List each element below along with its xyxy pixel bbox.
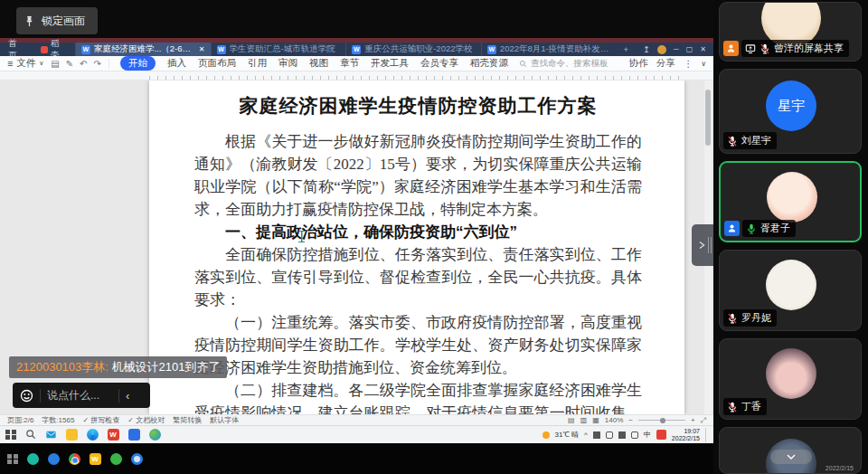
close-tab-icon[interactable]: ✕	[199, 45, 205, 53]
tray-icon[interactable]	[631, 431, 638, 439]
view-mode-icon-3[interactable]: ▦	[592, 416, 599, 424]
show-desktop-button[interactable]	[705, 428, 708, 442]
clock[interactable]: 19:07 2022/2/15	[672, 428, 700, 442]
participant-tile[interactable]: 丁香	[719, 338, 862, 420]
expand-more-button[interactable]	[770, 450, 812, 464]
menu-references[interactable]: 引用	[248, 57, 267, 70]
zoom-out-icon[interactable]: −	[628, 416, 633, 424]
weather-icon[interactable]	[542, 431, 550, 439]
file-menu[interactable]: ≡ 文件 ∨	[0, 57, 51, 70]
tray-icon[interactable]	[618, 431, 626, 439]
taskbar-search-icon[interactable]	[25, 427, 36, 443]
browser-app-icon[interactable]	[149, 429, 161, 441]
screen-share-icon	[745, 43, 756, 54]
menu-insert[interactable]: 插入	[167, 57, 186, 70]
menu-section[interactable]: 章节	[340, 57, 359, 70]
start-button[interactable]	[5, 430, 16, 441]
convert-toggle[interactable]: 繁简转换	[173, 415, 202, 425]
tray-expand-icon[interactable]: ^	[584, 431, 588, 439]
tray-icon[interactable]	[606, 431, 613, 439]
wps-doc-icon: W	[487, 45, 496, 54]
proofread-toggle[interactable]: ✓ 文档校对	[127, 415, 165, 425]
lock-view-button[interactable]: 锁定画面	[16, 7, 98, 34]
participant-tile[interactable]: 罗丹妮	[719, 250, 862, 331]
weather-text[interactable]: 31℃ 晴	[555, 430, 580, 440]
collab-button[interactable]: 协作	[629, 57, 648, 70]
host-badge-icon	[723, 41, 739, 56]
check-icon: ✓	[82, 416, 89, 424]
participant-tile-partial[interactable]: 2022/2/15	[719, 427, 862, 474]
fullscreen-icon[interactable]: ⤢	[701, 416, 706, 425]
app-icon-teal[interactable]	[27, 453, 39, 465]
more-icon[interactable]: ⋮	[684, 58, 693, 69]
menu-view[interactable]: 视图	[309, 57, 328, 70]
menu-home[interactable]: 开始	[120, 56, 156, 71]
wps-doc-icon: W	[217, 45, 226, 54]
participant-tile-speaking[interactable]: 胥君子	[719, 161, 862, 242]
tray-icon[interactable]	[593, 431, 600, 439]
app-icon-ring[interactable]	[131, 453, 143, 465]
participant-name: 曾洋的屏幕共享	[774, 42, 844, 55]
meeting-app-icon[interactable]	[128, 429, 140, 441]
zoom-level[interactable]: 140%	[605, 416, 623, 424]
document-tab-3[interactable]: W 重庆公共运输职业-2022学校	[345, 43, 481, 56]
file-explorer-icon[interactable]	[66, 429, 78, 441]
app-icon-green[interactable]	[110, 453, 122, 465]
mail-app-icon[interactable]	[45, 429, 57, 441]
save-icon[interactable]: ▤	[51, 59, 59, 69]
undo-icon[interactable]: ↶	[80, 59, 87, 69]
spellcheck-toggle[interactable]: ✓ 拼写检查	[82, 415, 119, 425]
upload-icon[interactable]: ↥	[643, 44, 650, 54]
command-search[interactable]: 查找命令、搜索模板	[519, 58, 609, 70]
account-avatar[interactable]	[657, 45, 666, 54]
emoji-icon[interactable]	[20, 389, 33, 403]
view-mode-icon-2[interactable]: ▥	[580, 416, 588, 424]
zoom-in-icon[interactable]: +	[691, 416, 695, 424]
menu-member[interactable]: 会员专享	[420, 57, 458, 70]
burger-icon: ≡	[7, 58, 13, 69]
maximize-button[interactable]: ▢	[686, 45, 693, 53]
minimize-button[interactable]: ─	[674, 45, 679, 53]
edge-browser-icon[interactable]	[87, 429, 99, 441]
avatar: 星宇	[766, 81, 816, 131]
close-window-button[interactable]: ✕	[700, 45, 706, 53]
start-button-peek[interactable]	[7, 454, 18, 465]
sidebar-collapse-handle[interactable]	[692, 224, 713, 266]
wps-icon-peek[interactable]: W	[90, 453, 101, 465]
participant-tile[interactable]: 星宇 刘星宇	[719, 69, 862, 154]
ruler	[0, 71, 713, 81]
chat-message: 2120030103李林: 机械设计2101到齐了	[9, 356, 227, 378]
chrome-icon[interactable]	[69, 453, 80, 465]
menu-review[interactable]: 审阅	[278, 57, 297, 70]
scrollbar-thumb[interactable]	[705, 90, 711, 146]
mic-on-icon	[746, 223, 757, 234]
view-mode-icon-1[interactable]: ▤	[568, 416, 575, 424]
document-tab-2[interactable]: W 学生资助汇总-城市轨道学院	[211, 43, 346, 56]
participant-tile-sharer[interactable]: 曾洋的屏幕共享	[719, 2, 862, 62]
document-tab-4[interactable]: W 2022年8月1-疫情资助补发情况	[481, 43, 617, 56]
redo-icon[interactable]: ↷	[94, 59, 101, 69]
share-button[interactable]: 分享	[656, 57, 675, 70]
app-icon-blue[interactable]	[48, 453, 60, 465]
document-tab-1[interactable]: W 家庭经济困难学...（2-6方案）检查阅 ✕	[75, 43, 211, 56]
ime-indicator[interactable]: 中	[644, 430, 651, 440]
chat-input-bar[interactable]: ‹	[13, 383, 150, 408]
zoom-slider[interactable]	[638, 420, 685, 421]
menu-docer-res[interactable]: 稻壳资源	[470, 57, 508, 70]
wps-home-tab[interactable]: 首页	[0, 43, 33, 56]
tray-app-icon[interactable]	[656, 430, 666, 440]
mic-muted-icon	[727, 136, 738, 147]
wps-app-icon[interactable]: W	[108, 429, 119, 441]
chat-input[interactable]	[47, 389, 112, 402]
bottom-strip: W	[0, 443, 713, 474]
collapse-ribbon-icon[interactable]: ∨	[701, 60, 706, 68]
wps-docer-tab[interactable]: 稻壳	[33, 43, 75, 56]
menu-dev-tools[interactable]: 开发工具	[371, 57, 409, 70]
edit-icon[interactable]: ✎	[66, 59, 73, 69]
document-page[interactable]: 家庭经济困难学生疫情防控资助工作方案 根据《关于进一步做好新冠肺炎疫情防控期间学…	[149, 81, 684, 414]
participant-name: 胥君子	[760, 222, 790, 235]
collapse-chat-icon[interactable]: ‹	[126, 389, 129, 403]
menu-page-layout[interactable]: 页面布局	[198, 57, 236, 70]
new-tab-button[interactable]: +	[617, 43, 637, 56]
font-default[interactable]: 默认字体	[210, 415, 239, 425]
